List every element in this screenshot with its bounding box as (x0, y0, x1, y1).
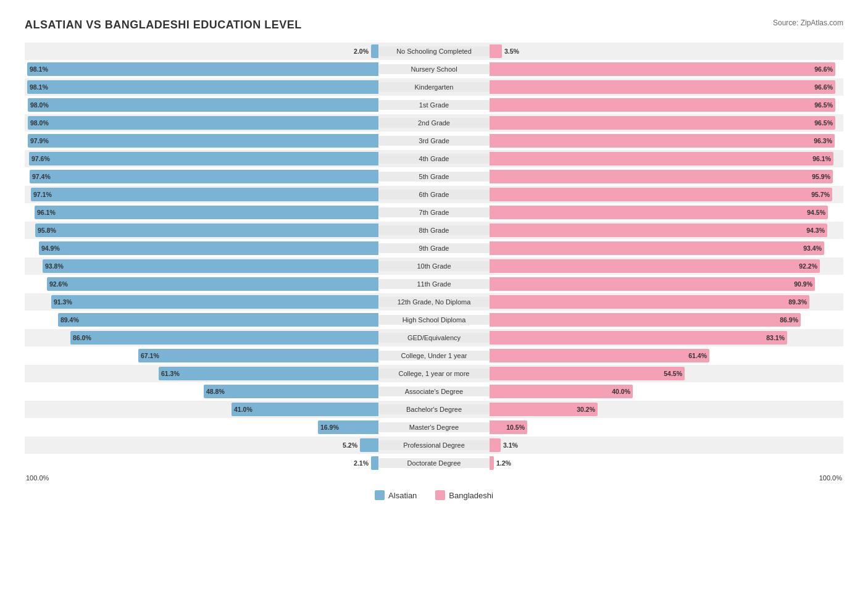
bar-row: 94.9%9th Grade93.4% (25, 240, 843, 257)
right-bar-value: 10.5% (506, 424, 525, 431)
right-bar-value: 93.4% (803, 245, 822, 252)
center-label: 8th Grade (378, 225, 490, 235)
left-bar-value: 94.9% (41, 245, 60, 252)
center-label: Bachelor's Degree (378, 404, 490, 414)
alsatian-legend-label: Alsatian (388, 491, 417, 500)
center-label: 6th Grade (378, 190, 490, 199)
center-label: No Schooling Completed (378, 46, 490, 56)
chart-title: ALSATIAN VS BANGLADESHI EDUCATION LEVEL (25, 19, 302, 31)
right-bar-value: 94.5% (807, 209, 825, 216)
left-bar-value: 97.1% (33, 191, 52, 198)
left-bar-value: 41.0% (234, 406, 252, 413)
bar-row: 2.1%Doctorate Degree1.2% (25, 454, 843, 472)
center-label: Nursery School (378, 64, 490, 74)
bar-row: 2.0%No Schooling Completed3.5% (25, 43, 843, 60)
bar-row: 92.6%11th Grade90.9% (25, 275, 843, 293)
bar-row: 97.9%3rd Grade96.3% (25, 132, 843, 149)
footer-labels: 100.0% 100.0% (25, 474, 843, 482)
bar-row: 98.0%2nd Grade96.5% (25, 114, 843, 132)
left-bar-value: 98.0% (30, 101, 49, 109)
bar-row: 5.2%Professional Degree3.1% (25, 437, 843, 454)
bangladeshi-color-box (435, 490, 445, 500)
right-bar-value: 89.3% (788, 298, 807, 306)
right-bar-value: 96.6% (814, 65, 833, 73)
center-label: Doctorate Degree (378, 458, 490, 468)
right-bar-value: 83.1% (766, 334, 785, 341)
bar-row: 41.0%Bachelor's Degree30.2% (25, 401, 843, 418)
center-label: Master's Degree (378, 422, 490, 432)
center-label: 10th Grade (378, 261, 490, 271)
right-bar-value: 40.0% (612, 388, 630, 395)
center-label: Associate's Degree (378, 387, 490, 396)
chart-container: ALSATIAN VS BANGLADESHI EDUCATION LEVEL … (12, 12, 856, 519)
left-bar-value: 2.0% (354, 48, 369, 55)
center-label: 3rd Grade (378, 136, 490, 146)
center-label: Professional Degree (378, 440, 490, 450)
bar-row: 16.9%Master's Degree10.5% (25, 419, 843, 436)
right-bar-value: 92.2% (799, 262, 817, 270)
right-bar-value: 96.5% (814, 101, 833, 109)
left-bar-value: 16.9% (320, 424, 339, 431)
right-bar-value: 86.9% (780, 316, 798, 324)
chart-header: ALSATIAN VS BANGLADESHI EDUCATION LEVEL … (25, 19, 843, 31)
center-label: 11th Grade (378, 279, 490, 289)
bangladeshi-legend-label: Bangladeshi (449, 491, 493, 500)
center-label: College, Under 1 year (378, 351, 490, 361)
left-bar-value: 95.8% (38, 227, 56, 234)
center-label: 9th Grade (378, 243, 490, 253)
right-bar-value: 95.7% (811, 191, 830, 198)
bars-area: 2.0%No Schooling Completed3.5%98.1%Nurse… (25, 43, 843, 472)
center-label: 7th Grade (378, 207, 490, 217)
footer-right-label: 100.0% (819, 474, 842, 482)
left-bar-value: 92.6% (49, 280, 68, 288)
right-bar-value: 96.1% (812, 155, 831, 162)
legend: Alsatian Bangladeshi (25, 490, 843, 500)
center-label: 5th Grade (378, 172, 490, 182)
left-bar-value: 98.1% (30, 83, 48, 91)
right-bar-value: 1.2% (496, 459, 511, 467)
right-bar-value: 95.9% (812, 173, 830, 180)
center-label: Kindergarten (378, 82, 490, 92)
bar-row: 67.1%College, Under 1 year61.4% (25, 347, 843, 364)
bar-row: 86.0%GED/Equivalency83.1% (25, 329, 843, 346)
left-bar-value: 97.6% (31, 155, 50, 162)
left-bar-value: 98.1% (30, 65, 48, 73)
left-bar-value: 91.3% (54, 298, 72, 306)
bar-row: 97.4%5th Grade95.9% (25, 168, 843, 185)
bar-row: 48.8%Associate's Degree40.0% (25, 383, 843, 400)
left-bar-value: 98.0% (30, 119, 49, 127)
bar-row: 95.8%8th Grade94.3% (25, 222, 843, 239)
right-bar-value: 96.5% (814, 119, 833, 127)
left-bar-value: 96.1% (37, 209, 56, 216)
left-bar-value: 93.8% (45, 262, 64, 270)
footer-left-label: 100.0% (26, 474, 49, 482)
center-label: GED/Equivalency (378, 333, 490, 343)
bar-row: 97.1%6th Grade95.7% (25, 186, 843, 203)
center-label: High School Diploma (378, 315, 490, 325)
left-bar-value: 48.8% (206, 388, 225, 395)
chart-source: Source: ZipAtlas.com (773, 19, 843, 27)
legend-alsatian: Alsatian (375, 490, 417, 500)
right-bar-value: 3.5% (504, 48, 519, 55)
center-label: 12th Grade, No Diploma (378, 297, 490, 307)
bar-row: 98.1%Kindergarten96.6% (25, 78, 843, 96)
left-bar-value: 89.4% (61, 316, 79, 324)
bar-row: 97.6%4th Grade96.1% (25, 150, 843, 167)
left-bar-value: 86.0% (73, 334, 91, 341)
center-label: College, 1 year or more (378, 369, 490, 378)
left-bar-value: 97.9% (30, 137, 49, 144)
right-bar-value: 61.4% (688, 352, 707, 359)
bar-row: 89.4%High School Diploma86.9% (25, 311, 843, 328)
left-bar-value: 61.3% (161, 370, 180, 377)
bar-row: 61.3%College, 1 year or more54.5% (25, 365, 843, 382)
right-bar-value: 94.3% (806, 227, 825, 234)
bar-row: 98.1%Nursery School96.6% (25, 61, 843, 78)
right-bar-value: 30.2% (577, 406, 595, 413)
bar-row: 98.0%1st Grade96.5% (25, 96, 843, 114)
center-label: 2nd Grade (378, 118, 490, 128)
bar-row: 93.8%10th Grade92.2% (25, 257, 843, 275)
right-bar-value: 3.1% (503, 441, 518, 449)
center-label: 4th Grade (378, 154, 490, 164)
right-bar-value: 54.5% (664, 370, 682, 377)
center-label: 1st Grade (378, 100, 490, 110)
